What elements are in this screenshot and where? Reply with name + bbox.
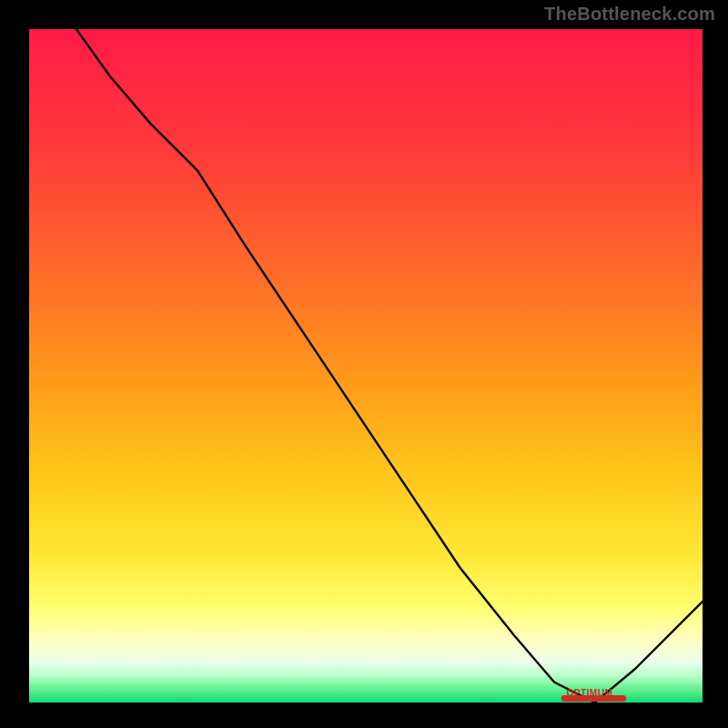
gradient-bg — [29, 29, 703, 703]
watermark-text: TheBottleneck.com — [544, 4, 715, 25]
plot-svg — [29, 29, 703, 703]
chart-container: TheBottleneck.com — [0, 0, 728, 728]
plot-area: OPTIMUM — [29, 29, 703, 703]
